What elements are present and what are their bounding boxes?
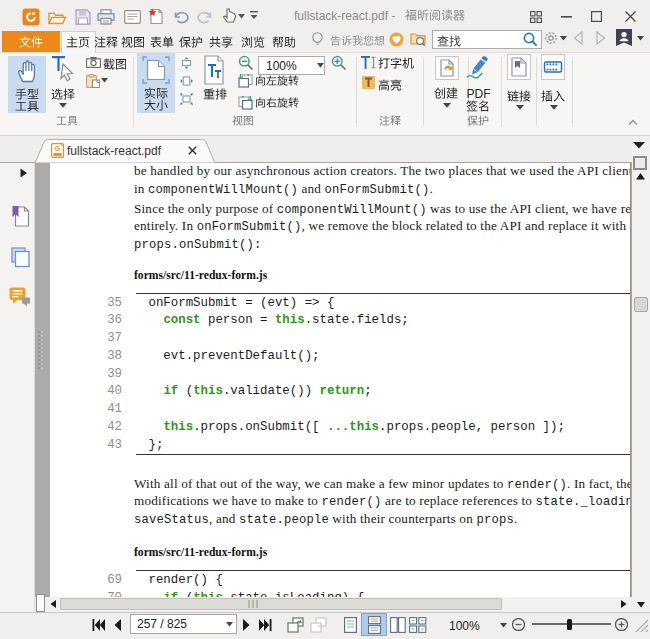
svg-text:G: G: [55, 145, 61, 152]
